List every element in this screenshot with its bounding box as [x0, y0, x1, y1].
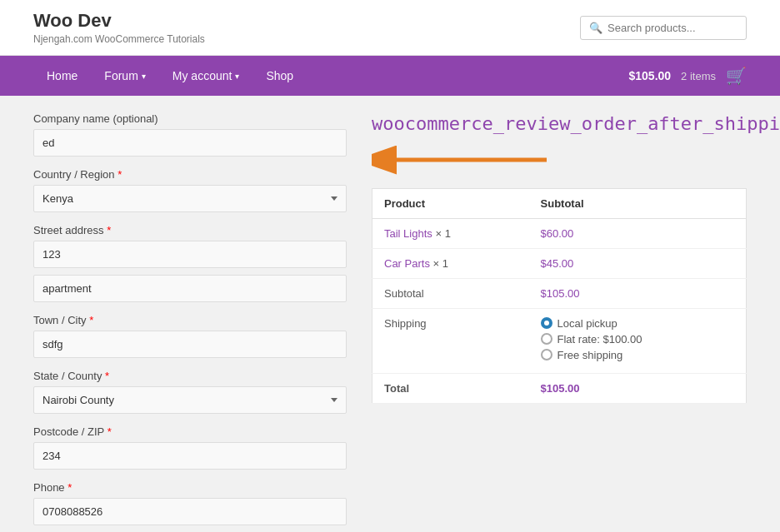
shipping-option-1[interactable]: Local pickup	[541, 317, 734, 330]
apartment-input[interactable]	[33, 275, 347, 302]
arrow-indicator	[372, 145, 747, 175]
site-header: Woo Dev Njengah.com WooCommerce Tutorial…	[0, 0, 780, 56]
shipping-option-3[interactable]: Free shipping	[541, 349, 734, 361]
order-section: woocommerce_review_order_after_shipping …	[372, 112, 747, 532]
chevron-down-icon: ▾	[235, 72, 239, 81]
state-select[interactable]: Nairobi County	[33, 386, 347, 414]
search-bar[interactable]: 🔍	[580, 16, 747, 40]
radio-empty-icon	[541, 349, 552, 360]
nav-item-forum[interactable]: Forum ▾	[91, 56, 158, 96]
nav-item-shop[interactable]: Shop	[252, 56, 307, 96]
chevron-down-icon: ▾	[142, 72, 146, 81]
phone-label: Phone *	[33, 481, 347, 494]
country-select[interactable]: Kenya	[33, 185, 347, 212]
town-input[interactable]	[33, 331, 347, 358]
search-icon: 🔍	[589, 22, 602, 34]
required-star: *	[105, 370, 109, 382]
product-name-1: Tail Lights × 1	[372, 218, 529, 248]
total-label: Total	[372, 373, 529, 403]
required-star: *	[118, 168, 122, 181]
street-address-group: Street address *	[33, 224, 347, 302]
search-input[interactable]	[608, 22, 738, 34]
nav-item-my-account[interactable]: My account ▾	[159, 56, 253, 96]
nav-item-home[interactable]: Home	[33, 56, 91, 96]
cart-items-count: 2 items	[681, 70, 716, 82]
nav-links: Home Forum ▾ My account ▾ Shop	[33, 56, 307, 96]
required-star: *	[89, 314, 93, 326]
order-table: Product Subtotal Tail Lights × 1 $60.00 …	[372, 188, 747, 404]
nav-cart[interactable]: $105.00 2 items 🛒	[628, 66, 747, 86]
col-subtotal: Subtotal	[529, 188, 747, 218]
billing-form: Company name (optional) Country / Region…	[33, 112, 347, 532]
required-star: *	[68, 481, 72, 494]
total-row: Total $105.00	[372, 373, 747, 403]
shipping-options-cell: Local pickup Flat rate: $100.00 Free shi…	[529, 308, 747, 373]
orange-arrow	[372, 145, 555, 175]
site-tagline: Njengah.com WooCommerce Tutorials	[33, 33, 205, 45]
site-title: Woo Dev	[33, 10, 205, 32]
subtotal-value: $105.00	[529, 278, 747, 308]
company-name-input[interactable]	[33, 129, 347, 157]
town-label: Town / City *	[33, 314, 347, 326]
radio-empty-icon	[541, 333, 552, 345]
cart-icon: 🛒	[726, 66, 747, 86]
total-value: $105.00	[529, 373, 747, 403]
table-row: Car Parts × 1 $45.00	[372, 248, 747, 278]
main-content: Company name (optional) Country / Region…	[0, 96, 780, 532]
product-price-2: $45.00	[529, 248, 747, 278]
company-name-group: Company name (optional)	[33, 112, 347, 157]
postcode-group: Postcode / ZIP *	[33, 425, 347, 470]
shipping-label: Shipping	[372, 308, 529, 373]
postcode-label: Postcode / ZIP *	[33, 425, 347, 438]
state-select-wrapper: Nairobi County	[33, 386, 347, 414]
phone-group: Phone *	[33, 481, 347, 525]
postcode-input[interactable]	[33, 442, 347, 470]
subtotal-label: Subtotal	[372, 278, 529, 308]
shipping-options-list: Local pickup Flat rate: $100.00 Free shi…	[541, 317, 734, 361]
shipping-row: Shipping Local pickup Flat rate: $100.00	[372, 308, 747, 373]
street-address-label: Street address *	[33, 224, 347, 236]
cart-total: $105.00	[628, 69, 671, 82]
required-star: *	[108, 425, 112, 438]
hook-label: woocommerce_review_order_after_shipping	[372, 112, 747, 175]
town-group: Town / City *	[33, 314, 347, 358]
product-price-1: $60.00	[529, 218, 747, 248]
state-group: State / County * Nairobi County	[33, 370, 347, 414]
shipping-option-2[interactable]: Flat rate: $100.00	[541, 333, 734, 346]
phone-input[interactable]	[33, 498, 347, 525]
country-label: Country / Region *	[33, 168, 347, 181]
table-row: Tail Lights × 1 $60.00	[372, 218, 747, 248]
col-product: Product	[372, 188, 529, 218]
street-address-input[interactable]	[33, 241, 347, 268]
country-select-wrapper: Kenya	[33, 185, 347, 212]
state-label: State / County *	[33, 370, 347, 382]
product-name-2: Car Parts × 1	[372, 248, 529, 278]
required-star: *	[107, 224, 111, 236]
site-nav: Home Forum ▾ My account ▾ Shop $105.00 2…	[0, 56, 780, 96]
site-branding: Woo Dev Njengah.com WooCommerce Tutorial…	[33, 10, 205, 45]
company-name-label: Company name (optional)	[33, 112, 347, 125]
subtotal-row: Subtotal $105.00	[372, 278, 747, 308]
radio-selected-icon	[541, 317, 552, 329]
country-group: Country / Region * Kenya	[33, 168, 347, 212]
